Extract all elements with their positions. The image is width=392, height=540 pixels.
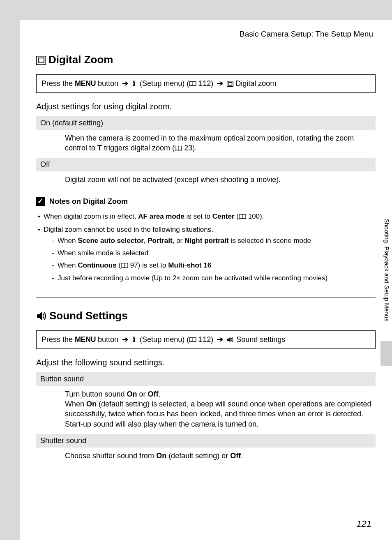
bold-text: Multi-shot 16	[168, 261, 211, 269]
text: Digital zoom cannot be used in the follo…	[44, 226, 213, 233]
text: Choose shutter sound from	[65, 452, 156, 460]
text: or	[137, 390, 148, 398]
digital-zoom-icon	[36, 54, 46, 67]
chapter-header: Basic Camera Setup: The Setup Menu	[36, 30, 373, 39]
navigation-path-box: Press the MENU button ➔ (Setup menu) ( 1…	[36, 74, 376, 93]
bold-text: Continuous	[78, 261, 116, 269]
tele-t-letter: T	[97, 144, 102, 152]
nav-text: Press the	[42, 335, 75, 344]
option-button-sound-body: Turn button sound On or Off. When On (de…	[36, 386, 376, 434]
bold-text: Center	[212, 212, 235, 220]
text: is set to	[184, 212, 212, 220]
nav-text: (Setup menu) (	[138, 79, 189, 88]
section-title-text: Sound Settings	[49, 309, 128, 322]
nav-text: button	[96, 79, 120, 88]
bold-text: Night portrait	[184, 237, 229, 245]
sub-item: Just before recording a movie (Up to 2× …	[52, 273, 376, 284]
option-off-header: Off	[36, 158, 376, 171]
text: (	[117, 261, 121, 269]
text: ,	[144, 237, 148, 245]
book-icon	[239, 213, 246, 220]
option-on-header: On (default setting)	[36, 116, 376, 130]
text: (default setting) is selected, a beep wi…	[65, 400, 371, 428]
book-icon	[121, 262, 128, 269]
nav-text: button	[96, 335, 120, 344]
option-button-sound-header: Button sound	[36, 372, 376, 386]
nav-ref: 112)	[196, 79, 215, 88]
section-divider	[36, 298, 376, 298]
section-title-text: Digital Zoom	[48, 53, 113, 66]
notes-title: Notes on Digital Zoom	[36, 197, 376, 206]
manual-page: Basic Camera Setup: The Setup Menu Digit…	[20, 20, 392, 540]
nav-item: Digital zoom	[233, 79, 276, 88]
text: (	[235, 212, 239, 220]
option-off-body: Digital zoom will not be activated (exce…	[36, 171, 376, 189]
text: When	[58, 237, 78, 245]
nav-ref: 112)	[196, 335, 215, 344]
sub-item: When Scene auto selector, Portrait, or N…	[52, 235, 376, 246]
note-item: Digital zoom cannot be used in the follo…	[38, 224, 376, 284]
checkmark-box-icon	[36, 197, 45, 206]
menu-button-label: MENU	[75, 335, 96, 344]
option-shutter-sound-header: Shutter sound	[36, 434, 376, 448]
nav-text: (Setup menu) (	[138, 335, 189, 344]
arrow-icon: ➔	[122, 335, 128, 344]
arrow-icon: ➔	[122, 79, 128, 88]
bold-text: Scene auto selector	[78, 237, 144, 245]
text: When digital zoom is in effect,	[44, 212, 138, 220]
section-intro: Adjust the following sound settings.	[36, 358, 376, 367]
option-on-body: When the camera is zoomed in to the maxi…	[36, 130, 376, 158]
book-icon	[175, 145, 182, 152]
text: When	[58, 261, 78, 269]
nav-item: Sound settings	[234, 335, 285, 344]
side-tab-label: Shooting, Playback and Setup Menus	[380, 218, 392, 341]
bold-text: Off	[230, 452, 241, 460]
sub-item: When Continuous ( 97) is set to Multi-sh…	[52, 260, 376, 271]
page-ref: 23).	[182, 144, 197, 152]
bold-text: Off	[148, 390, 158, 398]
book-icon	[189, 336, 196, 343]
arrow-icon: ➔	[217, 79, 223, 88]
svg-rect-0	[37, 56, 46, 65]
section-title-sound-settings: Sound Settings	[36, 309, 376, 323]
sub-item: When smile mode is selected	[52, 248, 376, 258]
option-shutter-sound-body: Choose shutter sound from On (default se…	[36, 448, 376, 466]
bold-text: AF area mode	[138, 212, 184, 220]
sub-list: When Scene auto selector, Portrait, or N…	[44, 235, 376, 284]
speaker-icon-small	[227, 335, 234, 344]
page-ref: 100).	[246, 212, 264, 220]
svg-rect-1	[38, 58, 44, 63]
side-tab: Shooting, Playback and Setup Menus	[380, 218, 392, 366]
text: (default setting) or	[166, 452, 230, 460]
bold-text: Portrait	[148, 237, 172, 245]
digital-zoom-icon-small	[227, 79, 233, 88]
navigation-path-box: Press the MENU button ➔ (Setup menu) ( 1…	[36, 330, 376, 349]
svg-rect-4	[228, 82, 232, 85]
wrench-icon	[132, 79, 138, 88]
text: .	[241, 452, 243, 460]
page-ref: 97) is set to	[128, 261, 168, 269]
text: When	[65, 400, 86, 408]
text: Turn button sound	[65, 390, 127, 398]
notes-title-text: Notes on Digital Zoom	[49, 197, 128, 205]
menu-button-label: MENU	[75, 79, 96, 88]
bold-text: On	[127, 390, 137, 398]
text: , or	[173, 237, 184, 245]
page-number: 121	[356, 519, 371, 529]
wrench-icon	[132, 335, 138, 344]
text: triggers digital zoom (	[102, 144, 175, 152]
section-title-digital-zoom: Digital Zoom	[36, 53, 376, 67]
side-tab-marker	[380, 341, 392, 366]
notes-list: When digital zoom is in effect, AF area …	[36, 211, 376, 284]
text: is selected in scene mode	[229, 237, 311, 245]
notes-section: Notes on Digital Zoom When digital zoom …	[36, 197, 376, 284]
section-intro: Adjust settings for using digital zoom.	[36, 102, 376, 111]
bold-text: On	[156, 452, 166, 460]
note-item: When digital zoom is in effect, AF area …	[38, 211, 376, 222]
nav-text: Press the	[42, 79, 75, 88]
text: .	[158, 390, 160, 398]
speaker-icon	[36, 310, 47, 323]
book-icon	[189, 80, 196, 87]
bold-text: On	[86, 400, 97, 408]
arrow-icon: ➔	[217, 335, 223, 344]
